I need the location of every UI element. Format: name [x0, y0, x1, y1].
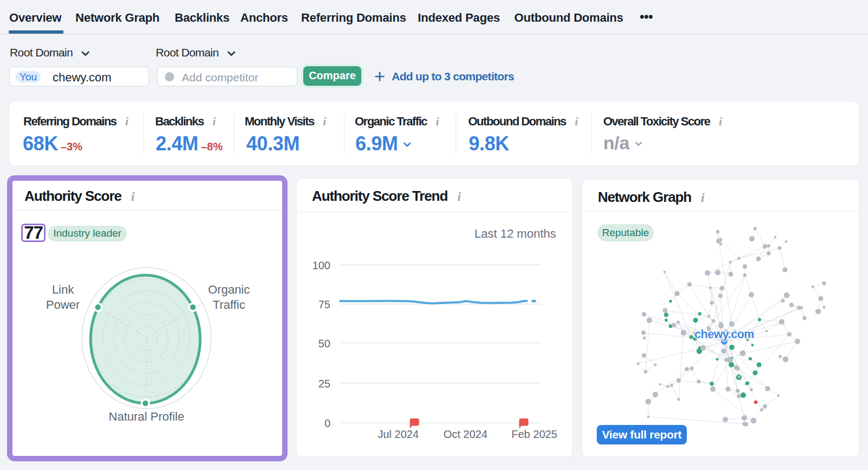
svg-text:chewy.com: chewy.com — [694, 328, 754, 341]
svg-text:Link: Link — [52, 283, 74, 296]
svg-text:Natural Profile: Natural Profile — [108, 410, 184, 423]
svg-text:50: 50 — [318, 338, 330, 350]
svg-text:Feb 2025: Feb 2025 — [512, 428, 558, 440]
svg-text:75: 75 — [318, 298, 330, 310]
svg-text:Traffic: Traffic — [213, 298, 245, 312]
svg-text:Power: Power — [46, 298, 80, 312]
svg-text:Last 12 months: Last 12 months — [475, 227, 556, 240]
svg-text:Jul 2024: Jul 2024 — [378, 428, 419, 440]
svg-text:Organic: Organic — [208, 283, 250, 296]
svg-text:100: 100 — [312, 259, 330, 271]
svg-text:0: 0 — [324, 417, 330, 429]
svg-text:25: 25 — [318, 378, 330, 390]
svg-text:Oct 2024: Oct 2024 — [443, 428, 487, 440]
